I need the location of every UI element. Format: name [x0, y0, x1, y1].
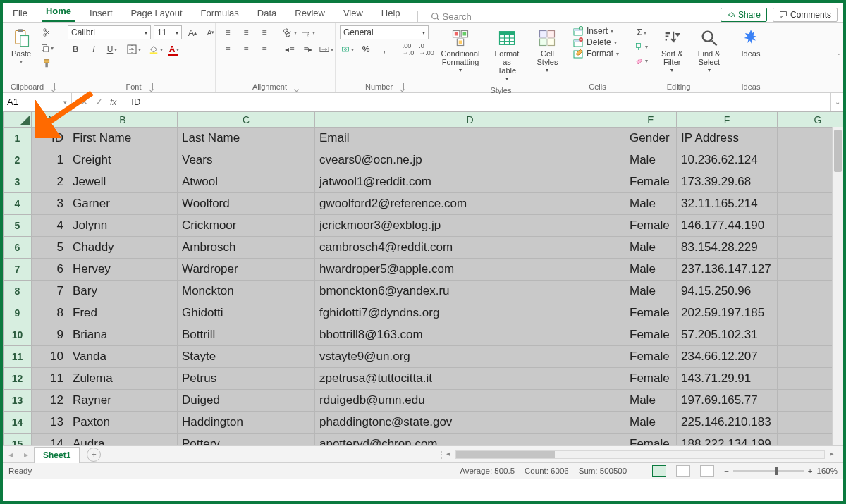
cell[interactable]: jcrickmoor3@exblog.jp	[315, 215, 625, 237]
decrease-decimal-button[interactable]: .0→.00	[419, 42, 434, 56]
accounting-format-button[interactable]	[340, 42, 355, 56]
cell[interactable]: Vears	[178, 149, 315, 171]
cell[interactable]: zpetrusa@tuttocitta.it	[315, 368, 625, 390]
paste-button[interactable]: Paste ▾	[7, 25, 35, 68]
cell[interactable]: rduigedb@umn.edu	[315, 390, 625, 412]
merge-button[interactable]	[319, 42, 334, 56]
cell[interactable]: Bary	[68, 281, 178, 302]
cell[interactable]: fghidotti7@dyndns.org	[315, 302, 625, 324]
cell[interactable]: 83.154.28.229	[677, 237, 778, 259]
insert-function-button[interactable]: fx	[110, 97, 116, 107]
cell[interactable]: Briana	[68, 324, 178, 346]
format-painter-button[interactable]	[39, 56, 55, 70]
cancel-formula-button[interactable]: ✕	[80, 97, 88, 107]
increase-decimal-button[interactable]: .00→.0	[400, 42, 416, 56]
tab-insert[interactable]: Insert	[85, 5, 117, 22]
row-header[interactable]: 5	[4, 215, 32, 237]
increase-font-button[interactable]: A▴	[185, 25, 200, 39]
align-top-button[interactable]: ≡	[220, 25, 235, 39]
cell[interactable]: Male	[625, 149, 677, 171]
cell[interactable]: Female	[625, 346, 677, 368]
number-format-select[interactable]: General▾	[340, 25, 429, 39]
cell[interactable]: Ambrosch	[178, 237, 315, 259]
page-layout-view-button[interactable]	[676, 465, 690, 477]
row-header[interactable]: 9	[4, 302, 32, 324]
row-header[interactable]: 6	[4, 237, 32, 259]
cell[interactable]: Duiged	[178, 390, 315, 412]
new-sheet-button[interactable]: +	[87, 448, 101, 462]
cut-button[interactable]	[39, 25, 55, 39]
zoom-level[interactable]: 160%	[817, 467, 838, 475]
row-header[interactable]: 13	[4, 390, 32, 412]
name-box[interactable]: A1▾	[3, 93, 72, 111]
cell[interactable]: 237.136.147.127	[677, 259, 778, 281]
cell[interactable]: IP Address	[677, 128, 778, 149]
cell[interactable]: Crickmoor	[178, 215, 315, 237]
percent-button[interactable]: %	[358, 42, 374, 56]
cell[interactable]: 6	[32, 259, 68, 281]
tab-home[interactable]: Home	[42, 3, 75, 22]
cell[interactable]: 9	[32, 324, 68, 346]
cell[interactable]: Last Name	[178, 128, 315, 149]
cell[interactable]: Ghidotti	[178, 302, 315, 324]
autosum-button[interactable]: Σ	[632, 25, 651, 39]
cell[interactable]: Fred	[68, 302, 178, 324]
conditional-formatting-button[interactable]: Conditional Formatting▾	[439, 25, 482, 77]
row-header[interactable]: 12	[4, 368, 32, 390]
cell[interactable]: Male	[625, 237, 677, 259]
dialog-launcher-icon[interactable]	[48, 83, 55, 90]
cell[interactable]: Paxton	[68, 412, 178, 434]
cell[interactable]: Female	[625, 215, 677, 237]
tab-help[interactable]: Help	[377, 5, 405, 22]
cell[interactable]: Rayner	[68, 390, 178, 412]
tab-review[interactable]: Review	[290, 5, 329, 22]
column-header[interactable]: A	[32, 112, 68, 128]
cell-styles-button[interactable]: Cell Styles▾	[532, 25, 563, 77]
cell[interactable]: Male	[625, 193, 677, 215]
cell[interactable]: Vanda	[68, 346, 178, 368]
cell[interactable]: Creight	[68, 149, 178, 171]
cell[interactable]: Atwool	[178, 171, 315, 193]
cell[interactable]: Gender	[625, 128, 677, 149]
share-button[interactable]: Share	[721, 8, 767, 22]
sheet-nav-prev[interactable]: ◂	[3, 450, 18, 460]
font-name-select[interactable]: Calibri▾	[68, 25, 151, 39]
copy-button[interactable]	[39, 41, 55, 55]
row-header[interactable]: 3	[4, 171, 32, 193]
cell[interactable]: Jolynn	[68, 215, 178, 237]
cell[interactable]: bmonckton6@yandex.ru	[315, 281, 625, 302]
zoom-out-button[interactable]: −	[724, 467, 729, 475]
row-header[interactable]: 15	[4, 434, 32, 446]
cell[interactable]: Hervey	[68, 259, 178, 281]
dialog-launcher-icon[interactable]	[146, 83, 153, 90]
cell[interactable]: Woolford	[178, 193, 315, 215]
cell[interactable]: 4	[32, 215, 68, 237]
sort-filter-button[interactable]: Sort & Filter▾	[656, 25, 689, 77]
row-header[interactable]: 2	[4, 149, 32, 171]
row-header[interactable]: 14	[4, 412, 32, 434]
cell[interactable]: cvears0@ocn.ne.jp	[315, 149, 625, 171]
cell[interactable]: 188.222.134.199	[677, 434, 778, 446]
cell[interactable]: Female	[625, 434, 677, 446]
align-middle-button[interactable]: ≡	[238, 25, 254, 39]
cell[interactable]: 197.69.165.77	[677, 390, 778, 412]
enter-formula-button[interactable]: ✓	[95, 97, 103, 107]
vertical-scrollbar[interactable]	[832, 127, 843, 445]
cell[interactable]: apotteryd@chron.com	[315, 434, 625, 446]
cell[interactable]: 12	[32, 390, 68, 412]
align-center-button[interactable]: ≡	[238, 42, 254, 56]
column-header[interactable]: G	[778, 112, 844, 128]
page-break-view-button[interactable]	[700, 465, 714, 477]
cell[interactable]: 1	[32, 149, 68, 171]
orientation-button[interactable]: ab	[282, 25, 298, 39]
cell[interactable]: 2	[32, 171, 68, 193]
row-header[interactable]: 7	[4, 259, 32, 281]
column-header[interactable]: B	[68, 112, 178, 128]
tab-data[interactable]: Data	[253, 5, 281, 22]
align-bottom-button[interactable]: ≡	[257, 25, 272, 39]
normal-view-button[interactable]	[652, 465, 666, 477]
increase-indent-button[interactable]: ≡▸	[300, 42, 316, 56]
row-header[interactable]: 1	[4, 128, 32, 149]
row-header[interactable]: 10	[4, 324, 32, 346]
formula-input[interactable]: ID	[125, 97, 830, 107]
